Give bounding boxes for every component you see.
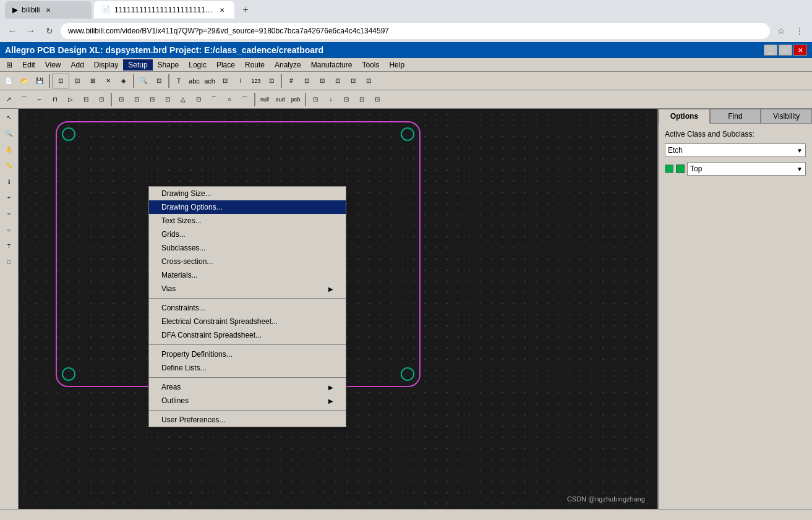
toolbar-btn10[interactable]: ⊡ xyxy=(299,74,314,88)
maximize-button[interactable]: □ xyxy=(779,45,792,56)
menu-drawing-size[interactable]: Drawing Size... xyxy=(149,187,346,200)
menu-shape[interactable]: Shape xyxy=(153,59,184,70)
bookmark-button[interactable]: ☆ xyxy=(774,23,788,38)
menu-cross-section[interactable]: Cross-section... xyxy=(149,255,346,268)
tab-visibility[interactable]: Visibility xyxy=(761,109,812,124)
toolbar-btn5[interactable]: ◈ xyxy=(116,74,131,88)
menu-app-icon[interactable]: ⊞ xyxy=(1,59,17,70)
refresh-button[interactable]: ↻ xyxy=(42,23,57,38)
toolbar2-btn17[interactable]: ⊡ xyxy=(308,92,323,107)
menu-constraints[interactable]: Constraints... xyxy=(149,301,346,315)
menu-analyze[interactable]: Analyze xyxy=(270,59,306,70)
menu-manufacture[interactable]: Manufacture xyxy=(306,59,357,70)
address-input[interactable] xyxy=(61,23,770,39)
subclass-dropdown[interactable]: Top ▼ xyxy=(687,162,806,176)
menu-display[interactable]: Display xyxy=(89,59,123,70)
left-btn-add[interactable]: + xyxy=(2,190,17,205)
menu-setup[interactable]: Setup xyxy=(123,59,152,70)
menu-help[interactable]: Help xyxy=(384,59,409,70)
menu-text-sizes[interactable]: Text Sizes... xyxy=(149,214,346,228)
tab-find[interactable]: Find xyxy=(710,109,761,124)
toolbar2-btn4[interactable]: ⊓ xyxy=(48,92,62,107)
toolbar-btn14[interactable]: ⊡ xyxy=(361,74,376,88)
toolbar2-btn18[interactable]: ↓ xyxy=(323,92,338,107)
forward-button[interactable]: → xyxy=(24,23,38,38)
tab-bilibili[interactable]: ▶ bilibili ✕ xyxy=(5,1,92,19)
toolbar2-btn14[interactable]: ⌒ xyxy=(207,92,221,107)
toolbar2-btn5[interactable]: ▷ xyxy=(63,92,78,107)
tab-active[interactable]: 📄 111111111111111111111111111 ✕ xyxy=(94,1,234,19)
toolbar-save[interactable]: 💾 xyxy=(32,74,47,88)
toolbar-text3[interactable]: ach xyxy=(202,74,217,88)
toolbar2-pcb[interactable]: pcb xyxy=(288,92,303,107)
menu-drawing-options[interactable]: Drawing Options... xyxy=(149,200,346,214)
menu-define-lists[interactable]: Define Lists... xyxy=(149,361,346,375)
menu-user-preferences[interactable]: User Preferences... xyxy=(149,413,346,427)
menu-logic[interactable]: Logic xyxy=(184,59,212,70)
menu-electrical-constraint[interactable]: Electrical Constraint Spreadsheet... xyxy=(149,315,346,328)
toolbar-zoom-in[interactable]: 🔍 xyxy=(136,74,151,88)
toolbar2-btn2[interactable]: ⌒ xyxy=(17,92,32,107)
left-btn-via[interactable]: ○ xyxy=(2,223,17,237)
menu-materials[interactable]: Materials... xyxy=(149,268,346,282)
left-btn-pan[interactable]: ✋ xyxy=(2,142,17,157)
toolbar-btn2[interactable]: ⊡ xyxy=(70,74,85,88)
toolbar-btn4[interactable]: ✕ xyxy=(101,74,116,88)
back-button[interactable]: ← xyxy=(5,23,20,38)
menu-tools[interactable]: Tools xyxy=(357,59,384,70)
toolbar-text[interactable]: T xyxy=(171,74,186,88)
toolbar2-btn15[interactable]: ○ xyxy=(222,92,237,107)
toolbar2-btn13[interactable]: ⊡ xyxy=(191,92,206,107)
toolbar2-btn10[interactable]: ⊡ xyxy=(145,92,160,107)
toolbar-btn3[interactable]: ⊞ xyxy=(85,74,100,88)
toolbar-open[interactable]: 📂 xyxy=(17,74,32,88)
toolbar-btn8[interactable]: 123 xyxy=(249,74,263,88)
toolbar-btn12[interactable]: ⊡ xyxy=(330,74,345,88)
menu-edit[interactable]: Edit xyxy=(17,59,40,70)
tab-close-btn2[interactable]: ✕ xyxy=(217,5,227,15)
left-btn-measure[interactable]: 📏 xyxy=(2,158,17,173)
toolbar2-btn12[interactable]: △ xyxy=(176,92,190,107)
toolbar-btn1[interactable]: ⊡ xyxy=(52,74,69,88)
toolbar2-btn11[interactable]: ⊡ xyxy=(160,92,175,107)
toolbar2-btn16[interactable]: ⌒ xyxy=(237,92,252,107)
menu-grids[interactable]: Grids... xyxy=(149,228,346,241)
menu-route[interactable]: Route xyxy=(240,59,270,70)
toolbar-btn6[interactable]: ⊡ xyxy=(218,74,233,88)
toolbar-btn13[interactable]: ⊡ xyxy=(346,74,361,88)
class-dropdown[interactable]: Etch ▼ xyxy=(665,143,806,157)
new-tab-button[interactable]: + xyxy=(237,1,254,19)
tab-options[interactable]: Options xyxy=(659,109,710,124)
left-btn-shape[interactable]: □ xyxy=(2,255,17,270)
toolbar2-btn7[interactable]: ⊡ xyxy=(94,92,109,107)
toolbar-zoom-fit[interactable]: ⊡ xyxy=(152,74,166,88)
toolbar2-btn3[interactable]: ⌐ xyxy=(32,92,47,107)
close-button[interactable]: ✕ xyxy=(793,45,807,56)
toolbar-btn9[interactable]: ⊡ xyxy=(264,74,279,88)
toolbar-new[interactable]: 📄 xyxy=(1,74,16,88)
tab-close-btn[interactable]: ✕ xyxy=(43,5,53,15)
left-btn-text[interactable]: T xyxy=(2,239,17,254)
toolbar-btn11[interactable]: ⊡ xyxy=(315,74,330,88)
menu-vias[interactable]: Vias ▶ xyxy=(149,282,346,296)
menu-place[interactable]: Place xyxy=(212,59,240,70)
canvas-area[interactable]: Drawing Size... Drawing Options... Text … xyxy=(19,109,657,509)
toolbar-grid[interactable]: # xyxy=(284,74,299,88)
toolbar2-drc[interactable]: null xyxy=(257,92,272,107)
left-btn-zoom[interactable]: 🔍 xyxy=(2,126,17,141)
toolbar2-btn20[interactable]: ⊡ xyxy=(354,92,369,107)
toolbar2-btn21[interactable]: ⊡ xyxy=(370,92,385,107)
toolbar2-btn19[interactable]: ⊡ xyxy=(339,92,354,107)
left-btn-info[interactable]: ℹ xyxy=(2,174,17,189)
toolbar2-btn9[interactable]: ⊡ xyxy=(129,92,144,107)
toolbar2-btn6[interactable]: ⊡ xyxy=(79,92,93,107)
menu-view[interactable]: View xyxy=(40,59,66,70)
menu-property-definitions[interactable]: Property Definitions... xyxy=(149,347,346,361)
subclass-checkbox[interactable] xyxy=(665,164,673,173)
left-btn-wire[interactable]: ~ xyxy=(2,207,17,221)
toolbar2-aud[interactable]: aud xyxy=(273,92,288,107)
toolbar-text2[interactable]: abc xyxy=(187,74,202,88)
menu-dfa-constraint[interactable]: DFA Constraint Spreadsheet... xyxy=(149,328,346,342)
toolbar2-btn1[interactable]: ↗ xyxy=(1,92,16,107)
toolbar2-btn8[interactable]: ⊡ xyxy=(114,92,129,107)
